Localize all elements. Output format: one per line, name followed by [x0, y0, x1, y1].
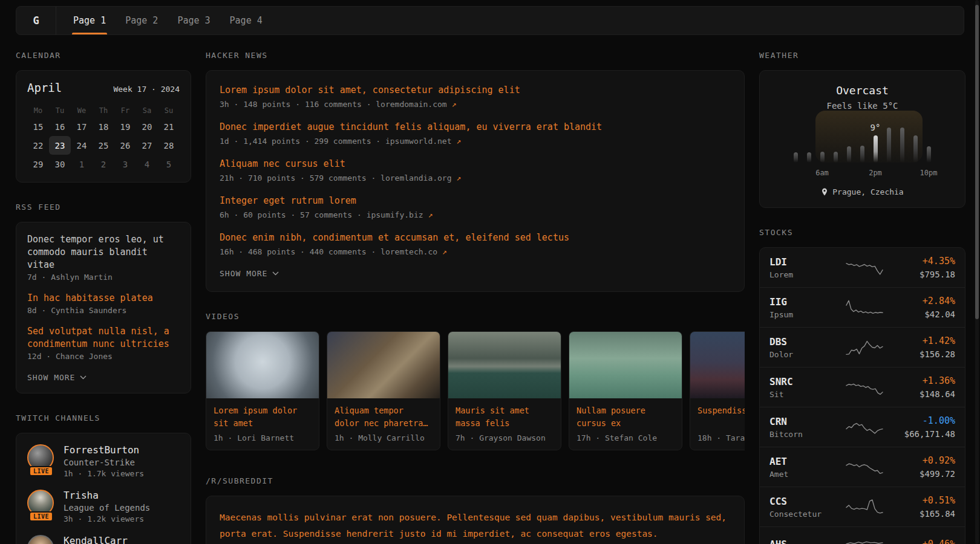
rss-show-more-button[interactable]: SHOW MORE — [27, 373, 180, 382]
video-card[interactable]: Aliquam tempor dolor nec pharetra…1h · M… — [327, 331, 440, 450]
tab-page-1[interactable]: Page 1 — [72, 7, 107, 34]
calendar-day[interactable]: 25 — [93, 136, 114, 155]
stock-row[interactable]: AETAmet+0.92%$499.72 — [760, 447, 965, 487]
stock-row[interactable]: CRNBitcorn-1.00%$66,171.48 — [760, 407, 965, 447]
weather-feels-like: Feels like 5°C — [769, 101, 955, 111]
calendar-day[interactable]: 4 — [136, 155, 158, 173]
hn-item-domain[interactable]: loremdomain.com — [376, 100, 451, 109]
hn-item-domain[interactable]: ipsumworld.net — [385, 137, 456, 146]
calendar-day[interactable]: 23 — [49, 136, 71, 155]
hn-item-title[interactable]: Lorem ipsum dolor sit amet, consectetur … — [220, 83, 731, 97]
hn-item: Donec imperdiet augue tincidunt felis al… — [220, 120, 731, 147]
sparkline-chart — [845, 458, 884, 476]
hour-bar — [913, 135, 918, 163]
calendar-day[interactable]: 19 — [114, 117, 136, 136]
hackernews-show-more-button[interactable]: SHOW MORE — [220, 269, 731, 278]
subreddit-list: Maecenas mollis pulvinar erat non posuer… — [220, 510, 731, 544]
calendar-day[interactable]: 30 — [49, 155, 71, 173]
video-card[interactable]: Lorem ipsum dolor sit amet consectetu…1h… — [206, 331, 319, 450]
rss-item[interactable]: Sed volutpat nulla nisl, a condimentum n… — [27, 325, 180, 361]
stock-price: $156.28 — [884, 349, 955, 359]
hn-item-domain[interactable]: ipsumify.biz — [367, 210, 428, 219]
calendar-day[interactable]: 29 — [27, 155, 49, 173]
scrollbar-thumb[interactable] — [975, 5, 979, 319]
hn-item-title[interactable]: Donec imperdiet augue tincidunt felis al… — [220, 120, 731, 134]
calendar-day[interactable]: 17 — [71, 117, 93, 136]
twitch-channel-meta: 1h · 1.7k viewers — [64, 469, 144, 478]
stock-price: $165.84 — [884, 509, 955, 519]
twitch-channel[interactable]: KendallCarr — [27, 535, 180, 544]
weather-bar — [860, 146, 864, 163]
hn-item-title[interactable]: Aliquam nec cursus elit — [220, 157, 731, 170]
stock-row[interactable]: LDILorem+4.35%$795.18 — [760, 248, 965, 287]
hn-item-title[interactable]: Integer eget rutrum lorem — [220, 194, 731, 207]
scrollbar-track[interactable] — [975, 0, 979, 544]
calendar-day[interactable]: 16 — [49, 117, 71, 136]
twitch-channel[interactable]: LIVETrishaLeague of Legends3h · 1.2k vie… — [27, 490, 180, 523]
calendar-header: April Week 17 · 2024 — [27, 81, 180, 94]
calendar-day[interactable]: 20 — [136, 117, 158, 136]
hackernews-list: Lorem ipsum dolor sit amet, consectetur … — [220, 83, 731, 258]
weather-bar — [887, 128, 891, 163]
calendar-day[interactable]: 2 — [93, 155, 114, 173]
tab-page-2[interactable]: Page 2 — [124, 7, 159, 34]
hackernews-widget: Lorem ipsum dolor sit amet, consectetur … — [206, 70, 745, 292]
calendar-day[interactable]: 26 — [114, 136, 136, 155]
stock-identity: CCSConsectetur — [769, 496, 845, 519]
video-thumbnail — [569, 332, 682, 398]
hackernews-section-title: HACKER NEWS — [206, 51, 745, 60]
calendar-day[interactable]: 28 — [158, 136, 180, 155]
reddit-item-title[interactable]: Maecenas mollis pulvinar erat non posuer… — [220, 513, 727, 539]
stock-symbol: CRN — [769, 416, 845, 427]
calendar-day[interactable]: 5 — [158, 155, 180, 173]
hn-item-domain[interactable]: loremlandia.org — [381, 173, 456, 183]
calendar-day[interactable]: 24 — [71, 136, 93, 155]
stock-sparkline — [845, 378, 884, 397]
video-card[interactable]: Nullam posuere cursus ex17h · Stefan Col… — [569, 331, 682, 450]
calendar-day[interactable]: 21 — [158, 117, 180, 136]
video-card[interactable]: Suspendisse diam18h · Tara — [690, 331, 745, 450]
calendar-day[interactable]: 22 — [27, 136, 49, 155]
calendar-day[interactable]: 3 — [114, 155, 136, 173]
stock-row[interactable]: SNRCSit+1.36%$148.64 — [760, 367, 965, 407]
stock-change: +0.51% — [884, 495, 955, 506]
sparkline-chart — [845, 418, 884, 436]
hour-bar — [847, 146, 851, 163]
twitch-channel-info: ForrestBurtonCounter-Strike1h · 1.7k vie… — [64, 444, 144, 478]
stock-values: +2.84%$42.04 — [884, 296, 955, 319]
hn-item: Aliquam nec cursus elit21h · 710 points … — [220, 157, 731, 184]
hn-item: Donec enim nibh, condimentum et accumsan… — [220, 231, 731, 258]
rss-item-meta: 12d · Chance Jones — [27, 352, 180, 361]
weather-hour-labels: 6am2pm10pm — [794, 169, 932, 180]
calendar-day[interactable]: 18 — [93, 117, 114, 136]
hn-item-title[interactable]: Donec enim nibh, condimentum et accumsan… — [220, 231, 731, 244]
tab-page-4[interactable]: Page 4 — [229, 7, 264, 34]
calendar-day[interactable]: 1 — [71, 155, 93, 173]
stock-row[interactable]: IIGIpsum+2.84%$42.04 — [760, 287, 965, 327]
stock-change: +4.35% — [884, 256, 955, 267]
stock-sparkline — [845, 535, 884, 544]
stock-price: $66,171.48 — [884, 429, 955, 439]
twitch-channel-list: LIVEForrestBurtonCounter-Strike1h · 1.7k… — [27, 444, 180, 544]
live-badge: LIVE — [29, 466, 53, 476]
hn-item-domain[interactable]: loremtech.co — [381, 247, 442, 256]
tab-page-3[interactable]: Page 3 — [176, 7, 211, 34]
video-meta: 7h · Grayson Dawson — [448, 430, 561, 450]
hn-item: Lorem ipsum dolor sit amet, consectetur … — [220, 83, 731, 111]
hn-item-meta: 1d · 1,414 points · 299 comments · ipsum… — [220, 135, 731, 147]
stock-sparkline — [845, 418, 884, 436]
rss-item[interactable]: In hac habitasse platea8d · Cynthia Saun… — [27, 292, 180, 315]
reddit-item: Maecenas mollis pulvinar erat non posuer… — [220, 510, 731, 544]
app-logo[interactable]: G — [16, 7, 56, 34]
stock-row[interactable]: DBSDolor+1.42%$156.28 — [760, 327, 965, 367]
video-card[interactable]: Mauris sit amet massa felis7h · Grayson … — [448, 331, 561, 450]
calendar-day[interactable]: 15 — [27, 117, 49, 136]
stock-sparkline — [845, 498, 884, 516]
twitch-channel[interactable]: LIVEForrestBurtonCounter-Strike1h · 1.7k… — [27, 444, 180, 478]
rss-item[interactable]: Donec tempor eros leo, ut commodo mauris… — [27, 233, 180, 282]
stock-sparkline — [845, 458, 884, 476]
stock-row[interactable]: CCSConsectetur+0.51%$165.84 — [760, 487, 965, 526]
stock-row[interactable]: AHS+0.46% — [760, 526, 965, 544]
calendar-day[interactable]: 27 — [136, 136, 158, 155]
twitch-section-title: TWITCH CHANNELS — [16, 413, 191, 423]
